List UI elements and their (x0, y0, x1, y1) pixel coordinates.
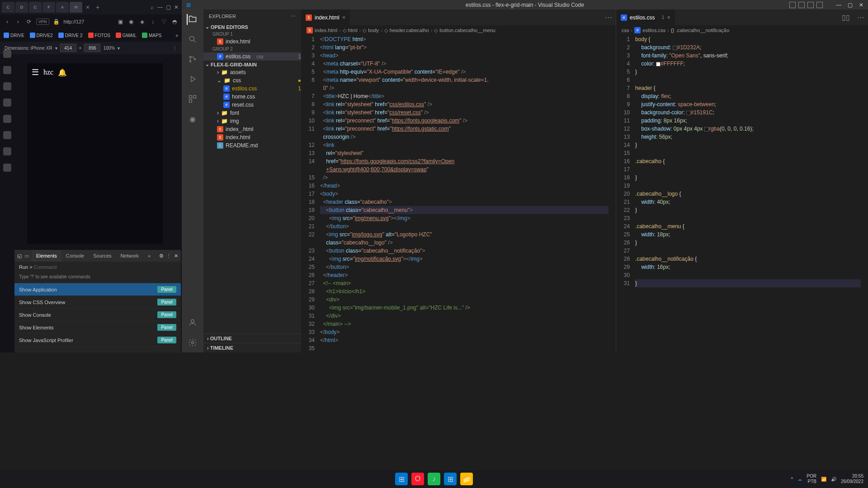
back-icon[interactable]: ‹ (4, 18, 11, 25)
spotify-icon[interactable] (3, 147, 11, 155)
folder-item[interactable]: ›📁img (203, 117, 301, 125)
command-item[interactable]: Show CSS OverviewPanel (14, 296, 181, 309)
maximize-icon[interactable]: ▢ (165, 4, 172, 11)
explorer-icon[interactable] (187, 14, 198, 25)
files-icon[interactable]: 📁 (460, 473, 473, 485)
lock-icon[interactable]: 🔒 (53, 18, 60, 25)
twitch-icon[interactable] (3, 50, 11, 58)
telegram-icon[interactable] (3, 82, 11, 90)
inspect-icon[interactable]: ◱ (17, 253, 22, 259)
browser-tab[interactable]: D (15, 2, 28, 13)
instagram-icon[interactable] (3, 99, 11, 107)
wifi-icon[interactable]: 📶 (821, 477, 826, 482)
dt-tab-console[interactable]: Console (61, 250, 89, 262)
dt-tab-more[interactable]: » (143, 250, 155, 262)
vscode-icon[interactable]: ⊞ (444, 473, 457, 485)
whatsapp-icon[interactable] (3, 66, 11, 74)
browser-tab[interactable]: H (70, 2, 82, 13)
browser-tab[interactable]: A (56, 2, 69, 13)
project-header[interactable]: ⌄FLEX-E-GRID-MAIN (203, 61, 301, 68)
command-prompt[interactable]: Run > Command (14, 262, 181, 272)
tray-chevron-icon[interactable]: ^ (791, 477, 793, 482)
folder-item[interactable]: ›📁font (203, 109, 301, 117)
opera-icon[interactable]: O (411, 473, 424, 485)
dt-tab-network[interactable]: Network (116, 250, 143, 262)
screenshot-icon[interactable]: ▣ (117, 18, 124, 25)
minimap[interactable] (609, 35, 616, 352)
volume-icon[interactable]: 🔊 (831, 477, 836, 482)
code-editor[interactable]: 1234567891011121314151617181920212223242… (616, 35, 868, 352)
reload-icon[interactable]: ⟳ (25, 18, 33, 25)
open-editor-item[interactable]: #estilos.css css1 (203, 52, 301, 61)
search-icon[interactable]: ⌕ (148, 4, 156, 11)
more-icon[interactable]: ⋯ (601, 13, 616, 22)
onedrive-icon[interactable]: ☁ (797, 477, 802, 482)
git-icon[interactable] (187, 54, 198, 65)
minimap[interactable] (861, 35, 868, 352)
heart-icon[interactable]: ♡ (160, 18, 167, 25)
search-icon[interactable] (187, 34, 198, 45)
layout-icon[interactable] (816, 2, 823, 8)
zoom-select[interactable]: 100% (103, 46, 115, 51)
extensions-icon[interactable] (187, 94, 198, 104)
layout-icon[interactable] (807, 2, 814, 8)
maximize-icon[interactable]: ▢ (848, 2, 853, 8)
bookmark[interactable]: DRIVE 2 (58, 33, 83, 38)
more-icon[interactable]: ⋮ (173, 46, 177, 51)
twitter-icon[interactable] (3, 115, 11, 123)
file-item[interactable]: #reset.css (203, 101, 301, 109)
breadcrumb[interactable]: css› #estilos.css› {}.cabecalho__notific… (616, 25, 868, 35)
account-icon[interactable] (187, 317, 198, 328)
bookmark[interactable]: MAPS (142, 33, 161, 38)
folder-item[interactable]: ›📁assets (203, 68, 301, 76)
breadcrumb[interactable]: 5index.html› ◇html› ◇body› ◇header.cabec… (301, 25, 616, 35)
file-item[interactable]: iREADME.md (203, 141, 301, 150)
tab-close-icon[interactable]: × (342, 14, 346, 21)
dt-tab-sources[interactable]: Sources (89, 250, 116, 262)
code-editor[interactable]: 1234567891011121314151617181920212223242… (301, 35, 616, 352)
file-item[interactable]: 5index_.html (203, 125, 301, 133)
bookmark[interactable]: DRIVE (4, 33, 24, 38)
browser-tab[interactable]: C (29, 2, 42, 13)
clock[interactable]: 20:5526/09/2022 (841, 474, 863, 484)
editor-tab[interactable]: #estilos.css 1× (616, 9, 675, 25)
start-icon[interactable]: ⊞ (395, 473, 408, 485)
split-icon[interactable]: ▯▯ (838, 13, 854, 22)
language-indicator[interactable]: PORPTB (807, 474, 816, 484)
bookmark[interactable]: FOTOS (88, 33, 110, 38)
camera-icon[interactable]: ◉ (127, 18, 135, 25)
command-item[interactable]: Show ConsolePanel (14, 309, 181, 321)
close-icon[interactable]: ✕ (174, 253, 178, 259)
editor-tab[interactable]: 5index.html× (301, 9, 350, 25)
bookmarks-overflow-icon[interactable]: » (175, 33, 178, 38)
open-editors-header[interactable]: ⌄OPEN EDITORS (203, 23, 301, 31)
file-item[interactable]: 5index.html (203, 133, 301, 141)
width-input[interactable] (60, 44, 76, 52)
more-icon[interactable]: ⋮ (166, 253, 171, 259)
spotify-icon[interactable]: ♪ (428, 473, 440, 485)
command-item[interactable]: Show ElementsPanel (14, 321, 181, 334)
discord-icon[interactable] (3, 131, 11, 139)
menu-icon[interactable]: ☰ (32, 67, 39, 77)
debug-icon[interactable] (187, 74, 198, 84)
gear-icon[interactable]: ⚙ (159, 253, 164, 259)
bookmark[interactable]: GMAIL (116, 33, 137, 38)
gear-icon[interactable] (187, 337, 198, 348)
new-tab-icon[interactable]: + (93, 4, 102, 11)
dt-tab-elements[interactable]: Elements (32, 250, 61, 262)
more-icon[interactable]: ⋯ (854, 13, 868, 22)
file-item[interactable]: #home.css (203, 93, 301, 101)
device-icon[interactable]: ▭ (24, 253, 29, 259)
browser-tab[interactable]: C (2, 2, 14, 13)
vpn-badge[interactable]: VPN (36, 19, 49, 25)
close-icon[interactable]: ✕ (859, 2, 863, 8)
more-icon[interactable]: ⋯ (291, 14, 296, 19)
tab-close-icon[interactable]: × (667, 14, 670, 21)
cart-icon[interactable]: ◓ (171, 18, 178, 25)
download-icon[interactable]: ↓ (149, 18, 156, 25)
outline-header[interactable]: ›OUTLINE (203, 333, 301, 343)
minimize-icon[interactable]: — (156, 4, 164, 11)
command-item[interactable]: Show JavaScript ProfilerPanel (14, 334, 181, 347)
height-input[interactable] (84, 44, 100, 52)
play-icon[interactable] (3, 164, 11, 172)
